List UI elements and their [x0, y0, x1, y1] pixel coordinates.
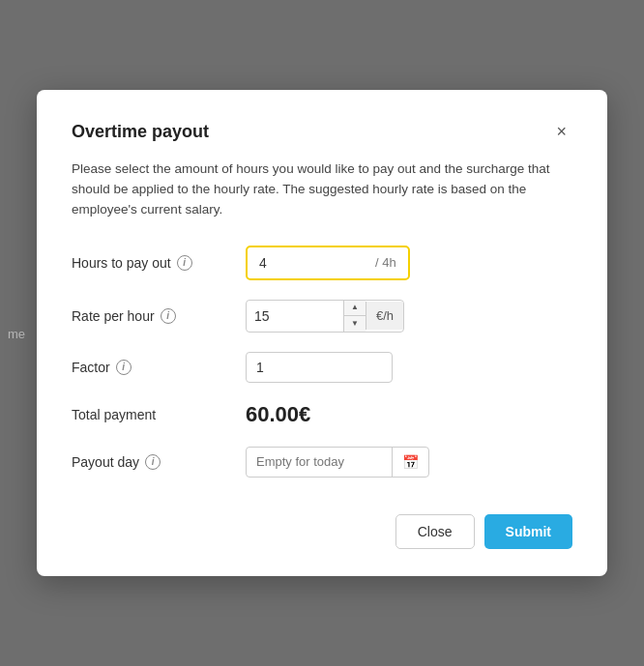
rate-input-group: ▲ ▼ €/h [246, 300, 404, 333]
modal-footer: Close Submit [72, 505, 572, 549]
payout-day-info-icon[interactable]: i [145, 454, 161, 470]
overtime-payout-modal: Overtime payout × Please select the amou… [37, 90, 607, 576]
rate-unit: €/h [366, 302, 403, 330]
factor-info-icon[interactable]: i [116, 360, 132, 375]
submit-button[interactable]: Submit [484, 514, 572, 549]
factor-row: Factor i [72, 352, 572, 383]
modal-title: Overtime payout [72, 122, 209, 142]
hours-input[interactable] [251, 249, 367, 276]
hours-input-group: / 4h [246, 246, 410, 280]
payout-day-row: Payout day i 📅 [72, 447, 572, 478]
modal-description: Please select the amount of hours you wo… [72, 159, 572, 220]
hours-to-pay-out-row: Hours to pay out i / 4h [72, 246, 572, 280]
factor-label: Factor i [72, 360, 246, 375]
total-payment-row: Total payment 60.00€ [72, 402, 572, 427]
hours-to-pay-out-label: Hours to pay out i [72, 255, 246, 271]
close-icon-button[interactable]: × [550, 121, 572, 142]
rate-spinner-buttons: ▲ ▼ [343, 301, 366, 332]
payout-day-input-group: 📅 [246, 447, 429, 478]
total-payment-value: 60.00€ [246, 402, 310, 427]
rate-per-hour-label: Rate per hour i [72, 308, 246, 324]
close-button[interactable]: Close [395, 514, 475, 549]
factor-input[interactable] [247, 353, 392, 382]
hours-suffix: / 4h [367, 255, 404, 270]
rate-per-hour-row: Rate per hour i ▲ ▼ €/h [72, 300, 572, 333]
hours-info-icon[interactable]: i [177, 255, 192, 271]
calendar-icon[interactable]: 📅 [392, 448, 428, 477]
total-payment-label: Total payment [72, 407, 246, 422]
rate-info-icon[interactable]: i [161, 308, 176, 324]
modal-header: Overtime payout × [72, 121, 572, 142]
rate-decrement-button[interactable]: ▼ [344, 316, 366, 332]
payout-day-label: Payout day i [72, 454, 246, 470]
factor-input-group [246, 352, 393, 383]
rate-increment-button[interactable]: ▲ [344, 301, 366, 316]
rate-input[interactable] [247, 302, 343, 331]
payout-day-input[interactable] [247, 448, 392, 476]
background-text: me [0, 326, 25, 340]
